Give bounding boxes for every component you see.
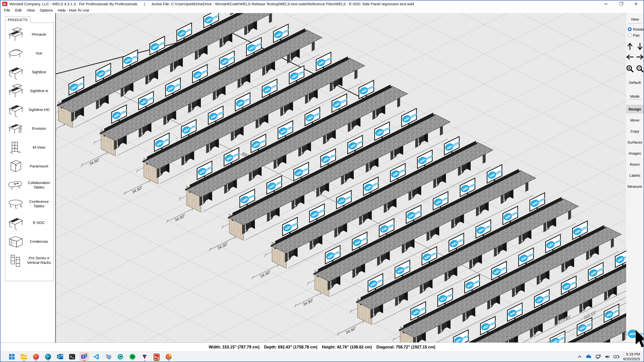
envision-product-icon: [5, 121, 26, 136]
volume-icon[interactable]: [605, 354, 610, 359]
product-item-vue[interactable]: Vue: [5, 44, 54, 63]
product-label: Vue: [26, 51, 54, 55]
product-item-sightline[interactable]: Sightline: [5, 63, 54, 81]
taskbar-start-icon[interactable]: [7, 352, 17, 361]
menu-item-edit[interactable]: Edit: [13, 8, 24, 13]
mode-images-button[interactable]: Images: [626, 149, 643, 158]
close-button[interactable]: ✕: [630, 1, 642, 7]
status-bar: Width: 310.15" (787.79 cm) Depth: 692.43…: [1, 342, 643, 351]
product-item-collaboration-tables[interactable]: Collaboration Tables: [5, 175, 54, 194]
svg-text:T: T: [82, 355, 84, 358]
product-item-conference-tables[interactable]: Conference Tables: [5, 194, 54, 213]
radio-dot: [628, 33, 632, 37]
running-indicator: [144, 360, 146, 361]
taskbar-file-explorer-icon[interactable]: [19, 352, 29, 361]
radio-label: Pan: [633, 33, 640, 37]
taskbar-sync-app-icon[interactable]: [116, 352, 125, 361]
onedrive-cloud-icon[interactable]: [585, 355, 592, 359]
menu-item-view[interactable]: View: [24, 8, 37, 13]
mode-design-button[interactable]: Design: [626, 105, 643, 113]
taskbar-clock[interactable]: 5:19 PM 6/20/2025: [623, 352, 640, 361]
status-width: Width: 310.15" (787.79 cm): [209, 345, 259, 349]
taskbar-edge-icon[interactable]: [43, 352, 53, 361]
taskbar-wels-w4-icon[interactable]: W4: [152, 352, 161, 361]
running-indicator: [83, 360, 85, 361]
mode-measure-button[interactable]: Measure: [626, 182, 643, 191]
view-panel-title: View: [631, 17, 639, 21]
status-depth: Depth: 692.43" (1758.78 cm): [264, 345, 317, 349]
mode-surfaces-button[interactable]: Surfaces: [626, 138, 643, 147]
battery-icon[interactable]: [614, 355, 620, 359]
network-display-icon[interactable]: [595, 354, 601, 359]
zoom-out-icon[interactable]: [636, 65, 644, 73]
title-separator: |: [144, 2, 145, 6]
taskbar-firefox-icon[interactable]: [31, 352, 41, 361]
credenzas-product-icon: [5, 234, 26, 249]
product-item-paramount[interactable]: Paramount: [5, 157, 54, 175]
arrow-up-button[interactable]: [626, 42, 634, 51]
collaboration-tables-product-icon: [5, 178, 26, 192]
zoom-in-icon[interactable]: [626, 65, 634, 73]
taskbar-outlook-icon[interactable]: O: [55, 352, 65, 361]
svg-text:W: W: [154, 355, 158, 359]
monitor[interactable]: winsted: [453, 330, 470, 342]
product-item-envision[interactable]: Envision: [5, 119, 54, 138]
taskbar-teams-icon[interactable]: T: [79, 352, 89, 361]
menu-bar: FileEditViewOptionsHelp - How To Use: [1, 7, 643, 13]
menu-item-options[interactable]: Options: [37, 8, 55, 13]
running-indicator: [35, 360, 37, 361]
svg-text:win: win: [630, 332, 636, 336]
mode-room-button[interactable]: Room: [626, 160, 643, 169]
product-label: Envision: [26, 126, 54, 131]
product-item-e-soc[interactable]: E-SOC: [5, 213, 54, 232]
taskbar-vscode-icon[interactable]: [91, 352, 101, 361]
dimension-label: 34.90": [174, 213, 187, 222]
running-indicator: [154, 360, 159, 361]
arrow-right-button[interactable]: [636, 53, 644, 61]
dimension-label: 34.90": [56, 129, 58, 138]
taskbar-remote-desktop-icon[interactable]: [104, 352, 113, 361]
menu-item-file[interactable]: File: [2, 8, 13, 13]
product-item-sightline-a[interactable]: Sightline-A: [5, 81, 54, 100]
product-item-m-view[interactable]: M-View: [5, 138, 54, 157]
taskbar-shield-app-icon[interactable]: [140, 352, 149, 361]
mode-move-button[interactable]: Move: [626, 116, 643, 125]
tray-chevron-up-icon[interactable]: [577, 355, 582, 358]
design-canvas[interactable]: 692.43"273.80"34.90"winstedwinstedwinste…: [55, 13, 626, 342]
arrow-down-button[interactable]: [636, 42, 644, 51]
m-view-product-icon: [5, 140, 26, 155]
status-height: Height: 42.76" (108.62 cm): [322, 345, 372, 349]
product-label: E-SOC: [26, 220, 54, 225]
taskbar: OTW4 5:19 PM 6/20/2025: [1, 351, 643, 361]
product-label: Sightline-A: [26, 89, 54, 93]
product-item-sightline-hd[interactable]: Sightline-HD: [5, 100, 54, 119]
e-soc-product-icon: [5, 215, 26, 230]
divider: [628, 99, 642, 99]
window-controls: ✕: [598, 1, 643, 7]
dimension-label: 34.90": [88, 157, 101, 166]
radio-rotate[interactable]: Rotate: [628, 27, 644, 31]
products-sidebar: PRODUCTS PinnacleVueSightlineSightline-A…: [1, 13, 55, 342]
product-label: Credenzas: [26, 239, 54, 244]
product-item-pro-series-ii-vertical-racks[interactable]: Pro Series II Vertical Racks: [5, 251, 54, 270]
dimension-label: 34.90": [217, 242, 229, 251]
menu-item-help-how-to-use[interactable]: Help - How To Use: [55, 8, 92, 13]
product-item-pinnacle[interactable]: Pinnacle: [5, 25, 54, 44]
product-label: Sightline-HD: [26, 107, 54, 112]
radio-pan[interactable]: Pan: [628, 33, 644, 37]
running-indicator: [23, 360, 25, 361]
scene-svg[interactable]: 692.43"273.80"34.90"winstedwinstedwinste…: [56, 13, 626, 342]
dimension-label: 34.90": [131, 185, 144, 194]
clock-date: 6/20/2025: [623, 357, 640, 361]
products-list: PinnacleVueSightlineSightline-ASightline…: [5, 23, 54, 281]
mode-copy-button[interactable]: Copy: [626, 127, 643, 136]
arrow-left-button[interactable]: [626, 53, 634, 61]
product-item-credenzas[interactable]: Credenzas: [5, 232, 54, 251]
mode-labels-button[interactable]: Labels: [626, 171, 643, 180]
maximize-button[interactable]: [615, 1, 627, 7]
taskbar-browser-colorwheel-icon[interactable]: [164, 352, 173, 361]
default-view-button[interactable]: Default: [629, 80, 641, 85]
taskbar-terminal-icon[interactable]: [67, 352, 77, 361]
minimize-button[interactable]: [600, 1, 612, 7]
taskbar-spotify-icon[interactable]: [128, 352, 137, 361]
